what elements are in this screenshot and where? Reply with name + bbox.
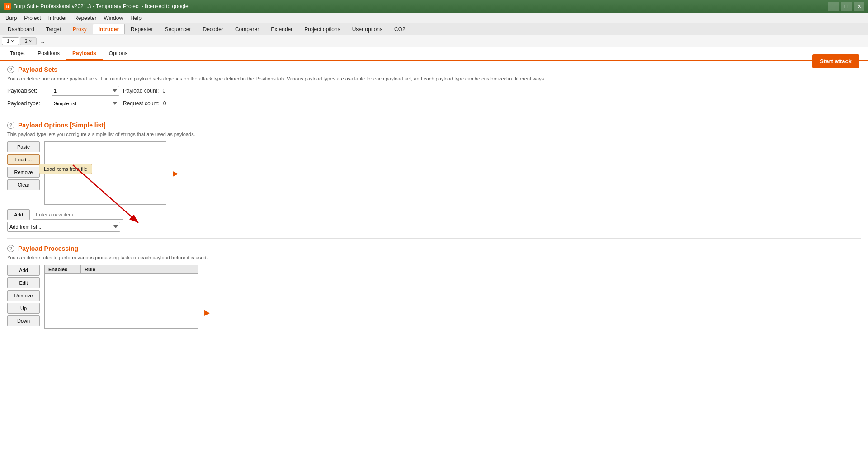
menu-repeater[interactable]: Repeater [71,14,100,22]
payload-list-arrow: ▶ [173,169,178,178]
payload-set-row: Payload set: 1 2 Payload count: 0 [7,86,861,96]
tab-proxy[interactable]: Proxy [67,24,93,34]
tab-intruder[interactable]: Intruder [93,24,125,34]
payload-count-value: 0 [162,88,165,94]
menu-window[interactable]: Window [100,14,127,22]
sub-tab-1[interactable]: 1 × [2,37,19,45]
request-count-value: 0 [163,100,166,107]
processing-buttons: Add Edit Remove Up Down [7,265,40,326]
tab-extender[interactable]: Extender [265,24,298,34]
tab-intruder-options[interactable]: Options [103,47,134,60]
tab-decoder[interactable]: Decoder [197,24,229,34]
processing-table-arrow: ▶ [204,308,210,317]
clear-button[interactable]: Clear [7,179,40,190]
remove-button[interactable]: Remove [7,167,40,178]
menubar: Burp Project Intruder Repeater Window He… [0,13,868,23]
tab-target[interactable]: Target [40,24,67,34]
payload-list-buttons: Paste Load ... Remove Clear [7,141,40,190]
app-icon: B [4,3,11,10]
tab-dashboard[interactable]: Dashboard [2,24,40,34]
menu-project[interactable]: Project [20,14,44,22]
titlebar: B Burp Suite Professional v2021.3 - Temp… [0,0,868,13]
payload-options-area: Paste Load ... Remove Clear ▶ [7,141,861,205]
window-title: Burp Suite Professional v2021.3 - Tempor… [14,3,189,9]
payload-processing-header: ? Payload Processing [7,245,861,252]
payload-type-row: Payload type: Simple list Runtime file C… [7,99,861,108]
paste-button[interactable]: Paste [7,141,40,152]
payload-options-description: This payload type lets you configure a s… [7,132,861,137]
payload-count-label: Payload count: [123,88,159,94]
payload-sets-description: You can define one or more payload sets.… [7,76,861,81]
processing-table-header: Enabled Rule [45,265,198,274]
processing-down-button[interactable]: Down [7,315,40,326]
tab-co2[interactable]: CO2 [388,24,411,34]
minimize-button[interactable]: – [828,2,839,11]
sub-tab-2[interactable]: 2 × [20,37,37,45]
intruder-tabs: Target Positions Payloads Options [0,47,868,61]
tab-comparer[interactable]: Comparer [229,24,265,34]
processing-remove-button[interactable]: Remove [7,290,40,301]
add-item-row: Add [7,209,861,220]
window-controls: – □ ✕ [828,2,864,11]
menu-help[interactable]: Help [127,14,145,22]
tab-intruder-positions[interactable]: Positions [31,47,66,60]
add-item-input[interactable] [33,210,123,220]
load-tooltip: Load items from file [39,164,92,174]
payload-sets-title: Payload Sets [18,66,57,73]
payload-set-select[interactable]: 1 2 [52,86,119,96]
tab-intruder-target[interactable]: Target [4,47,31,60]
col-enabled-header: Enabled [45,265,81,273]
payload-processing-description: You can define rules to perform various … [7,255,861,260]
tab-intruder-payloads[interactable]: Payloads [66,47,103,60]
payload-processing-help-icon[interactable]: ? [7,245,14,252]
processing-edit-button[interactable]: Edit [7,277,40,288]
sub-tabs-bar: 1 × 2 × ... [0,35,868,47]
tab-repeater[interactable]: Repeater [125,24,159,34]
payload-sets-help-icon[interactable]: ? [7,66,14,73]
tab-project-options[interactable]: Project options [298,24,346,34]
tab-sequencer[interactable]: Sequencer [159,24,197,34]
processing-add-button[interactable]: Add [7,265,40,276]
add-button[interactable]: Add [7,209,30,220]
tab-user-options[interactable]: User options [346,24,388,34]
menu-intruder[interactable]: Intruder [45,14,71,22]
processing-up-button[interactable]: Up [7,303,40,314]
processing-table-body [45,274,198,328]
payload-sets-header: ? Payload Sets [7,66,861,73]
main-content: ? Payload Sets You can define one or mor… [0,61,868,465]
request-count-label: Request count: [123,100,160,107]
payload-sets-grid: Payload set: 1 2 Payload count: 0 Payloa… [7,86,861,108]
sub-tab-more[interactable]: ... [38,38,47,45]
payload-type-select[interactable]: Simple list Runtime file Custom iterator… [52,99,119,108]
maximize-button[interactable]: □ [841,2,852,11]
tooltip-text: Load items from file [44,166,87,172]
add-from-list-select[interactable]: Add from list ... [7,222,120,232]
payload-processing-title: Payload Processing [18,245,78,252]
col-rule-header: Rule [81,265,198,273]
menu-burp[interactable]: Burp [2,14,20,22]
payload-type-label: Payload type: [7,100,48,107]
processing-table: Enabled Rule [44,265,198,329]
load-button[interactable]: Load ... [7,154,40,165]
payload-options-header: ? Payload Options [Simple list] [7,122,861,129]
close-button[interactable]: ✕ [854,2,864,11]
payload-options-help-icon[interactable]: ? [7,122,14,129]
start-attack-button[interactable]: Start attack [812,54,859,68]
payload-options-title: Payload Options [Simple list] [18,122,106,129]
processing-area: Add Edit Remove Up Down Enabled Rule ▶ [7,265,861,329]
main-tabs: Dashboard Target Proxy Intruder Repeater… [0,23,868,35]
divider-2 [7,238,861,239]
payload-set-label: Payload set: [7,88,48,94]
add-from-list-row: Add from list ... [7,222,861,232]
divider-1 [7,115,861,115]
